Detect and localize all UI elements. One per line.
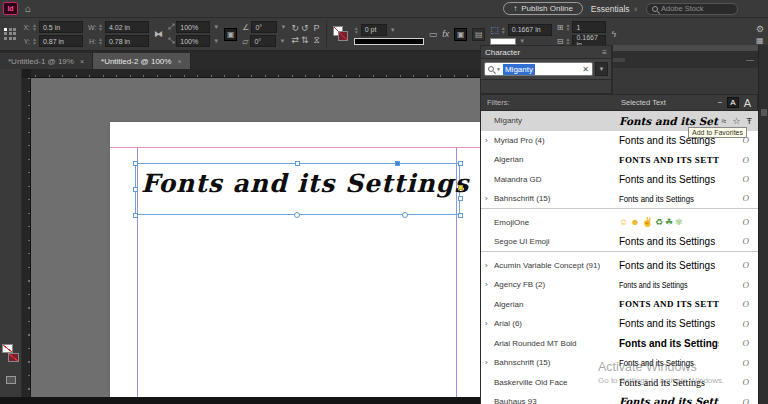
- stepper-icon[interactable]: ▲▼: [98, 23, 103, 31]
- offset-field[interactable]: 0.1667 in: [508, 24, 552, 36]
- screen-mode-button[interactable]: [6, 376, 16, 384]
- font-dropdown-button[interactable]: ▼: [595, 62, 608, 76]
- close-icon[interactable]: ×: [80, 58, 84, 65]
- corner-options-icon[interactable]: ▭: [429, 29, 438, 39]
- document-tab[interactable]: *Untitled-1 @ 19% ×: [0, 53, 93, 69]
- rotate-cw-icon[interactable]: ↻: [291, 23, 299, 33]
- chevron-down-icon[interactable]: ▼: [496, 66, 501, 72]
- y-position-field[interactable]: 0.87 in: [39, 35, 83, 47]
- font-list-row[interactable]: › Agency FB (2) Fonts and its Settings O: [481, 275, 758, 295]
- pencil-tool[interactable]: [0, 191, 21, 206]
- ruler-origin-corner[interactable]: [22, 69, 31, 78]
- stroke-type-preview[interactable]: [354, 38, 424, 45]
- swatch-preview[interactable]: [490, 38, 516, 45]
- frame-handle[interactable]: [458, 213, 463, 218]
- sample-size-large-button[interactable]: A: [744, 97, 751, 109]
- gap-tool[interactable]: [0, 116, 21, 131]
- scale-y-field[interactable]: 100%: [176, 35, 210, 47]
- stroke-swatch-none[interactable]: [2, 344, 13, 353]
- sample-text-selector[interactable]: Selected Text: [621, 98, 666, 107]
- panel-options-icon[interactable]: ▦: [756, 36, 764, 45]
- chevron-down-icon[interactable]: ▼: [279, 38, 285, 44]
- constrain-scale-button[interactable]: ▣: [224, 28, 237, 41]
- font-list-row[interactable]: › Bahnschrift (15) Fonts and its Setting…: [481, 353, 758, 373]
- frame-text[interactable]: Fonts and its Settings: [141, 169, 469, 198]
- fill-swatch[interactable]: [8, 353, 19, 362]
- chevron-down-icon[interactable]: ▼: [390, 27, 396, 33]
- disclosure-triangle-icon[interactable]: ›: [485, 136, 488, 145]
- frame-handle[interactable]: [133, 161, 138, 166]
- gradient-feather-tool[interactable]: [0, 281, 21, 296]
- type-tool[interactable]: [0, 146, 21, 161]
- collapse-panels-icon[interactable]: —: [746, 55, 758, 64]
- pen-tool[interactable]: [0, 176, 21, 191]
- rotate-ccw-icon[interactable]: ↺: [301, 23, 309, 33]
- stepper-icon[interactable]: ▲▼: [32, 37, 37, 45]
- flip-horizontal-icon[interactable]: ⇄: [291, 35, 299, 45]
- stepper-icon[interactable]: ▲▼: [566, 37, 571, 45]
- fill-swatch[interactable]: [338, 31, 348, 41]
- vertical-ruler[interactable]: [22, 78, 31, 397]
- free-transform-tool[interactable]: [0, 251, 21, 266]
- frame-handle[interactable]: [133, 213, 138, 218]
- home-icon[interactable]: ⌂: [25, 3, 31, 14]
- panel-tab[interactable]: [637, 58, 649, 62]
- chevron-down-icon[interactable]: ▼: [213, 24, 219, 30]
- panel-tab[interactable]: [625, 58, 637, 62]
- disclosure-triangle-icon[interactable]: ›: [485, 280, 488, 289]
- frame-handle[interactable]: [395, 161, 400, 166]
- rectangle-tool[interactable]: [0, 221, 21, 236]
- font-list-row[interactable]: EmojiOne ☺☻✌♻☘✾ O: [481, 213, 758, 233]
- width-field[interactable]: 4.02 in: [105, 21, 149, 33]
- select-container-icon[interactable]: P: [313, 23, 319, 33]
- constrain-dimensions-icon[interactable]: ⧓: [154, 29, 163, 39]
- wrap-around-button[interactable]: ▤: [472, 28, 485, 41]
- page-tool[interactable]: [0, 101, 21, 116]
- zoom-tool[interactable]: [0, 326, 21, 341]
- font-list-row[interactable]: Baskerville Old Face Fonts and its Setti…: [481, 373, 758, 393]
- chevron-down-icon[interactable]: ▼: [280, 24, 286, 30]
- workspace-switcher[interactable]: Essentials ∨: [591, 4, 638, 14]
- panel-menu-icon[interactable]: ≡: [602, 48, 607, 57]
- height-field[interactable]: 0.78 in: [105, 35, 149, 47]
- document-tab[interactable]: *Untitled-2 @ 100% ×: [93, 53, 190, 69]
- font-list-row[interactable]: › Acumin Variable Concept (91) Fonts and…: [481, 256, 758, 276]
- stepper-icon[interactable]: ▲▼: [566, 23, 571, 31]
- frame-fitting-icon[interactable]: ⬚: [490, 25, 499, 35]
- font-search-input[interactable]: ▼ Miganty ✕: [484, 62, 593, 76]
- stepper-icon[interactable]: ▲▼: [98, 37, 103, 45]
- font-row-actions[interactable]: ≈☆Ŧ: [721, 116, 752, 126]
- disclosure-triangle-icon[interactable]: ›: [485, 319, 488, 328]
- direct-selection-tool[interactable]: [0, 86, 21, 101]
- font-list-row[interactable]: Segoe UI Emoji Fonts and its Settings O: [481, 232, 758, 252]
- gear-icon[interactable]: ⚙: [756, 24, 764, 34]
- stroke-fill-swatches[interactable]: [333, 26, 349, 42]
- clear-search-icon[interactable]: ✕: [582, 65, 589, 74]
- quick-apply-icon[interactable]: ϟ: [611, 29, 616, 39]
- rotation-angle-field[interactable]: 0°: [251, 21, 277, 33]
- stroke-weight-field[interactable]: 0 pt: [361, 24, 387, 36]
- effects-fx-icon[interactable]: fx: [442, 29, 449, 39]
- scrollbar-thumb[interactable]: [761, 109, 767, 116]
- columns-field[interactable]: 1: [572, 21, 606, 33]
- frame-handle[interactable]: [133, 187, 138, 192]
- reference-point-grid[interactable]: [4, 28, 17, 41]
- scale-x-field[interactable]: 100%: [176, 21, 210, 33]
- note-tool[interactable]: [0, 296, 21, 311]
- gradient-tool[interactable]: [0, 266, 21, 281]
- line-tool[interactable]: [0, 161, 21, 176]
- x-position-field[interactable]: 0.5 in: [39, 21, 83, 33]
- shear-angle-field[interactable]: 0°: [250, 35, 276, 47]
- chevron-down-icon[interactable]: ▼: [519, 38, 525, 44]
- tools-fill-stroke-swatches[interactable]: [2, 344, 20, 370]
- corner-radius-handle[interactable]: [458, 185, 463, 190]
- font-list-row[interactable]: Bauhaus 93 Fonts and its Settings O: [481, 392, 758, 404]
- font-list-row[interactable]: Maiandra GD Fonts and its Settings O: [481, 170, 758, 190]
- font-list-row[interactable]: › Arial (6) Fonts and its Settings O: [481, 314, 758, 334]
- frame-handle[interactable]: [295, 161, 300, 166]
- font-list-row[interactable]: › Bahnschrift (15) Fonts and its Setting…: [481, 189, 758, 209]
- decrease-sample-icon[interactable]: −: [718, 98, 723, 107]
- close-icon[interactable]: ×: [177, 58, 181, 65]
- font-list-row[interactable]: Algerian FONTS AND ITS SETTINGS O: [481, 295, 758, 315]
- flip-vertical-icon[interactable]: ⇅: [301, 35, 309, 45]
